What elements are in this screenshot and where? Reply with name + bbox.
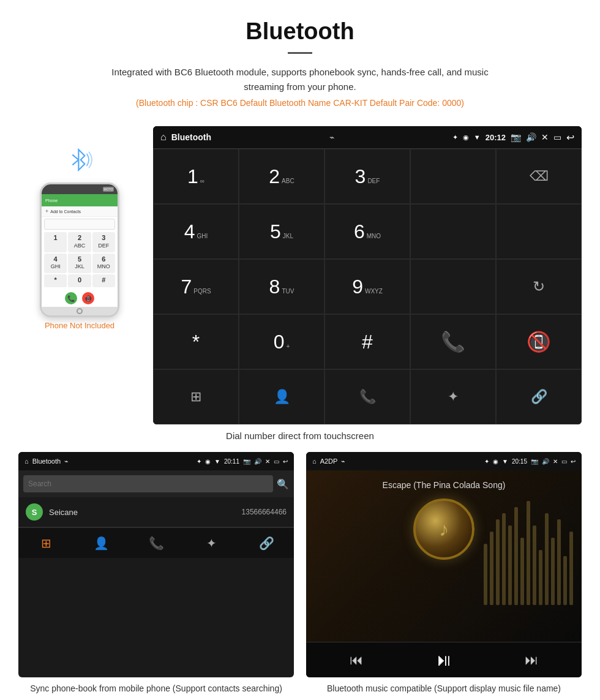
dial-empty-3	[496, 204, 582, 259]
dial-key-8[interactable]: 8TUV	[239, 259, 324, 314]
phone-key-1[interactable]: 1	[44, 232, 67, 252]
pb-contact-list: S Seicane 13566664466	[18, 497, 294, 527]
dial-nav-grid[interactable]: ⊞	[153, 369, 239, 424]
music-scr-icon[interactable]: ▭	[561, 458, 567, 465]
music-prev-button[interactable]: ⏮	[350, 652, 363, 668]
pb-back-icon[interactable]: ↩	[283, 458, 288, 465]
svg-rect-13	[551, 538, 555, 605]
pb-vol-icon[interactable]: 🔊	[254, 458, 261, 465]
pb-search-input[interactable]	[23, 475, 273, 492]
pb-search-row: 🔍	[18, 470, 294, 497]
pb-tab-bt[interactable]: ✦	[184, 528, 239, 558]
dial-refresh-button[interactable]: ↻	[496, 259, 582, 314]
dial-key-6[interactable]: 6MNO	[324, 204, 410, 259]
music-next-button[interactable]: ⏭	[525, 652, 538, 668]
pb-usb-icon: ⌁	[64, 457, 69, 465]
back-icon[interactable]: ↩	[566, 132, 574, 143]
dial-key-7[interactable]: 7PQRS	[153, 259, 239, 314]
dial-nav-phone[interactable]: 📞	[324, 369, 410, 424]
music-home-icon[interactable]: ⌂	[312, 457, 317, 465]
close-icon[interactable]: ✕	[541, 132, 549, 142]
dial-caption: Dial number direct from touchscreen	[0, 431, 600, 441]
pb-contact-avatar: S	[26, 503, 43, 521]
dial-key-4[interactable]: 4GHI	[153, 204, 239, 259]
dial-key-5[interactable]: 5JKL	[239, 204, 324, 259]
music-caption: Bluetooth music compatible (Support disp…	[306, 682, 582, 695]
music-vol-icon[interactable]: 🔊	[542, 458, 549, 465]
pb-x-icon[interactable]: ✕	[265, 458, 270, 465]
phone-app-bar: Phone	[42, 194, 118, 206]
pb-tab-phone[interactable]: 📞	[129, 528, 184, 558]
phonebook-screen: ⌂ Bluetooth ⌁ ✦ ◉ ▼ 20:11 📷 🔊 ✕ ▭ ↩	[18, 452, 294, 677]
pb-app-name: Bluetooth	[32, 457, 61, 465]
dial-call-green-button[interactable]: 📞	[410, 314, 496, 369]
camera-icon[interactable]: 📷	[511, 132, 521, 142]
phone-key-3[interactable]: 3DEF	[92, 232, 115, 252]
phone-key-4[interactable]: 4GHI	[44, 254, 67, 274]
dial-key-3[interactable]: 3DEF	[324, 149, 410, 204]
music-back-icon[interactable]: ↩	[571, 458, 576, 465]
dial-key-0[interactable]: 0+	[239, 314, 324, 369]
pb-home-icon[interactable]: ⌂	[24, 457, 29, 465]
table-row: S Seicane 13566664466	[18, 497, 294, 527]
dial-empty-4	[410, 259, 496, 314]
dial-nav-bluetooth[interactable]: ✦	[410, 369, 496, 424]
phone-app-bar-text: Phone	[45, 198, 58, 203]
dial-key-star[interactable]: *	[153, 314, 239, 369]
status-right: ✦ ◉ ▼ 20:12 📷 🔊 ✕ ▭ ↩	[452, 132, 574, 143]
bluetooth-status-icon: ✦	[452, 134, 458, 141]
pb-search-icon[interactable]: 🔍	[277, 478, 289, 490]
screenshots-row: ⌂ Bluetooth ⌁ ✦ ◉ ▼ 20:11 📷 🔊 ✕ ▭ ↩	[0, 452, 600, 695]
dial-nav-contacts[interactable]: 👤	[239, 369, 324, 424]
music-usb-icon: ⌁	[341, 457, 345, 465]
phone-call-button-red[interactable]: 📵	[82, 292, 94, 304]
phone-key-6[interactable]: 6MNO	[92, 254, 115, 274]
pb-tab-link[interactable]: 🔗	[239, 528, 294, 558]
svg-rect-10	[533, 525, 536, 605]
page-description: Integrated with BC6 Bluetooth module, su…	[92, 65, 508, 94]
music-play-pause-button[interactable]: ⏯	[435, 650, 452, 670]
phone-key-star[interactable]: *	[44, 274, 67, 287]
phone-bottom-bar	[42, 307, 118, 315]
home-icon[interactable]: ⌂	[160, 132, 167, 143]
phone-home-button[interactable]	[77, 308, 83, 314]
phone-carrier-label: MOTO	[103, 187, 114, 192]
pb-signal-icon: ▼	[214, 458, 220, 465]
music-eq-viz	[484, 495, 576, 605]
phone-key-hash[interactable]: #	[92, 274, 115, 287]
phonebook-col: ⌂ Bluetooth ⌁ ✦ ◉ ▼ 20:11 📷 🔊 ✕ ▭ ↩	[18, 452, 294, 695]
pb-cam-icon[interactable]: 📷	[243, 458, 250, 465]
music-x-icon[interactable]: ✕	[553, 458, 558, 465]
usb-icon: ⌁	[329, 132, 334, 142]
svg-line-0	[72, 160, 78, 165]
dial-key-hash[interactable]: #	[324, 314, 410, 369]
pb-bottom-tabs: ⊞ 👤 📞 ✦ 🔗	[18, 527, 294, 558]
svg-rect-12	[545, 513, 549, 605]
status-left: ⌂ Bluetooth	[160, 132, 211, 143]
pb-tab-grid[interactable]: ⊞	[18, 528, 73, 558]
signal-status-icon: ▼	[474, 134, 481, 141]
volume-icon[interactable]: 🔊	[526, 132, 536, 142]
dial-key-1[interactable]: 1∞	[153, 149, 239, 204]
phone-key-0[interactable]: 0	[68, 274, 91, 287]
svg-line-1	[72, 155, 78, 160]
screen-icon[interactable]: ▭	[553, 132, 561, 142]
pb-scr-icon[interactable]: ▭	[274, 458, 279, 465]
dial-call-red-button[interactable]: 📵	[496, 314, 582, 369]
phone-key-2[interactable]: 2ABC	[68, 232, 91, 252]
phone-add-contacts-button[interactable]: Add to Contacts	[42, 206, 118, 217]
dial-key-9[interactable]: 9WXYZ	[324, 259, 410, 314]
music-loc-icon: ◉	[493, 458, 498, 465]
title-divider	[288, 52, 312, 54]
dial-backspace-button[interactable]: ⌫	[496, 149, 582, 204]
dial-key-2[interactable]: 2ABC	[239, 149, 324, 204]
phone-key-5[interactable]: 5JKL	[68, 254, 91, 274]
phone-screen: Phone Add to Contacts 1 2ABC 3DEF 4GHI 5…	[42, 194, 118, 307]
pb-tab-contacts[interactable]: 👤	[73, 528, 129, 558]
phone-display-area	[44, 219, 115, 230]
svg-rect-11	[539, 550, 542, 605]
music-cam-icon[interactable]: 📷	[531, 458, 538, 465]
phone-call-button-green[interactable]: 📞	[65, 292, 77, 304]
dial-nav-link[interactable]: 🔗	[496, 369, 582, 424]
phonebook-caption: Sync phone-book from mobile phone (Suppo…	[18, 682, 294, 695]
